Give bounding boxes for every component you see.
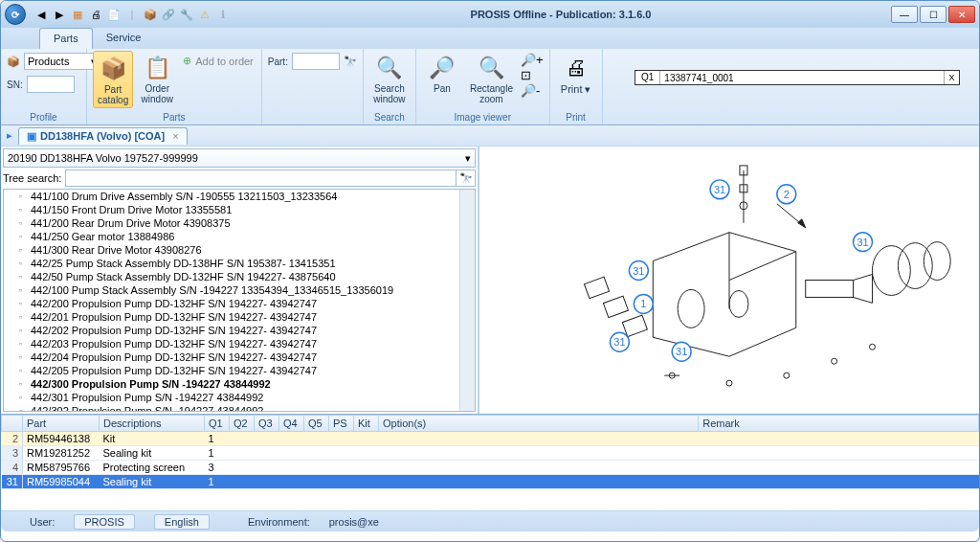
- svg-text:31: 31: [613, 336, 625, 348]
- tab-service[interactable]: Service: [93, 28, 155, 49]
- close-tab-icon[interactable]: ×: [172, 130, 178, 142]
- zoom-out-icon[interactable]: 🔎-: [521, 83, 544, 98]
- printer-icon: 🖨: [561, 53, 591, 83]
- qat-print-icon[interactable]: 🖨: [88, 7, 103, 22]
- tree-item[interactable]: 441/250 Gear motor 13884986: [4, 230, 475, 243]
- document-tab-strip: ▸ ▣ DD138HFA (Volvo) [COA] ×: [1, 125, 979, 147]
- close-button[interactable]: ✕: [948, 6, 975, 23]
- status-env: prosis@xe: [329, 516, 379, 528]
- table-row[interactable]: 2RM59446138Kit1: [2, 432, 979, 446]
- rectangle-zoom-button[interactable]: 🔍 Rectangle zoom: [466, 51, 517, 106]
- qat-box-icon[interactable]: 📦: [143, 7, 158, 22]
- qat-notes-icon[interactable]: 📄: [106, 7, 122, 22]
- box-icon: 📦: [98, 54, 128, 84]
- svg-text:31: 31: [714, 184, 725, 195]
- tree-search-input[interactable]: [65, 169, 457, 187]
- tree-item[interactable]: 441/300 Rear Drive Motor 43908276: [4, 243, 475, 257]
- sn-label: SN:: [7, 79, 23, 90]
- q1-value-input[interactable]: [660, 71, 944, 84]
- grid-header[interactable]: Q5: [304, 416, 329, 432]
- status-user: PROSIS: [74, 514, 135, 530]
- table-row[interactable]: 4RM58795766Protecting screen3: [2, 461, 979, 475]
- status-language[interactable]: English: [154, 514, 210, 530]
- grid-header[interactable]: Remark: [699, 416, 979, 432]
- parts-grid[interactable]: PartDescriptionsQ1Q2Q3Q4Q5PSKitOption(s)…: [1, 415, 979, 510]
- tree-item[interactable]: 442/300 Propulsion Pump S/N -194227 4384…: [4, 377, 475, 391]
- group-profile: 📦 Products▾ SN: Profile: [1, 49, 87, 124]
- grid-header[interactable]: Q3: [255, 416, 279, 432]
- tree-item[interactable]: 442/202 Propulsion Pump DD-132HF S/N 194…: [4, 324, 475, 337]
- group-search-label: Search: [369, 111, 410, 123]
- grid-header[interactable]: Option(s): [379, 416, 699, 432]
- grid-header[interactable]: Descriptions: [100, 416, 205, 432]
- list-icon: 📋: [142, 53, 172, 83]
- expand-icon[interactable]: ▸: [7, 129, 12, 142]
- qat-link-icon[interactable]: 🔗: [161, 7, 176, 22]
- products-icon: 📦: [7, 56, 20, 68]
- document-tab[interactable]: ▣ DD138HFA (Volvo) [COA] ×: [18, 127, 188, 145]
- q1-clear-button[interactable]: X: [944, 71, 959, 84]
- tab-parts[interactable]: Parts: [39, 28, 93, 49]
- search-window-button[interactable]: 🔍 Search window: [369, 51, 410, 106]
- tree-item[interactable]: 442/200 Propulsion Pump DD-132HF S/N 194…: [4, 297, 475, 310]
- tree-item[interactable]: 441/150 Front Drum Drive Motor 13355581: [4, 203, 475, 216]
- grid-header[interactable]: PS: [329, 416, 354, 432]
- part-search-input[interactable]: [292, 53, 340, 70]
- svg-point-18: [869, 344, 875, 350]
- zoom-in-icon[interactable]: 🔎+: [521, 53, 544, 67]
- sn-input[interactable]: [27, 76, 75, 93]
- table-row[interactable]: 3RM19281252Sealing kit1: [2, 446, 979, 461]
- qat-back-icon[interactable]: ◀: [33, 7, 49, 22]
- svg-point-3: [872, 246, 910, 296]
- grid-header[interactable]: Q1: [205, 416, 230, 432]
- qat-page-icon[interactable]: ▦: [70, 7, 85, 22]
- main-split: 20190 DD138HFA Volvo 197527-999999 ▾ Tre…: [1, 147, 979, 415]
- part-catalog-button[interactable]: 📦 Part catalog: [93, 51, 133, 108]
- order-window-button[interactable]: 📋 Order window: [137, 51, 177, 106]
- tree-scrollbar[interactable]: [459, 190, 475, 411]
- app-icon[interactable]: ⟳: [5, 4, 26, 25]
- svg-point-17: [832, 358, 837, 364]
- grid-header[interactable]: Part: [23, 416, 100, 432]
- tree-item[interactable]: 442/100 Pump Stack Assembly S/N -194227 …: [4, 283, 475, 297]
- qat-info-icon[interactable]: ℹ: [215, 7, 231, 22]
- search-window-icon: 🔍: [374, 53, 405, 83]
- svg-point-1: [729, 290, 748, 317]
- status-env-label: Environment:: [248, 516, 310, 528]
- image-viewer-pane[interactable]: 312313131311: [479, 147, 979, 414]
- tree-item[interactable]: 442/204 Propulsion Pump DD-132HF S/N 194…: [4, 350, 475, 364]
- grid-header[interactable]: Q4: [279, 416, 304, 432]
- add-to-order-button[interactable]: ⊕ Add to order: [183, 55, 254, 67]
- tree-item[interactable]: 442/201 Propulsion Pump DD-132HF S/N 194…: [4, 310, 475, 324]
- print-button[interactable]: 🖨 Print ▾: [556, 51, 596, 97]
- tree-search-button[interactable]: 🔭: [457, 169, 476, 187]
- cube-icon: ▣: [27, 130, 36, 143]
- tree-item[interactable]: 442/50 Pump Stack Assembly DD-132HF S/N …: [4, 270, 475, 283]
- tree-item[interactable]: 442/205 Propulsion Pump DD-132HF S/N 194…: [4, 364, 475, 377]
- group-image-label: Image viewer: [422, 111, 544, 123]
- grid-header[interactable]: Q2: [230, 416, 255, 432]
- zoom-fit-icon[interactable]: ⊡: [521, 68, 544, 82]
- exploded-diagram: 312313131311: [479, 147, 979, 414]
- maximize-button[interactable]: ☐: [920, 6, 947, 23]
- tree-item[interactable]: 441/200 Rear Drum Drive Motor 43908375: [4, 216, 475, 230]
- tree-item[interactable]: 442/302 Propulsion Pump S/N -194227 4384…: [4, 404, 475, 412]
- qat-warn-icon[interactable]: ⚠: [197, 7, 212, 22]
- quantity-bar: Q1 X: [629, 49, 979, 124]
- qat-fwd-icon[interactable]: ▶: [52, 7, 67, 22]
- tree-item[interactable]: 441/100 Drum Drive Assembly S/N -190555 …: [4, 190, 475, 203]
- minimize-button[interactable]: —: [891, 6, 918, 23]
- tree-item[interactable]: 442/25 Pump Stack Assembly DD-138HF S/N …: [4, 257, 475, 270]
- binoculars-icon[interactable]: 🔭: [344, 56, 357, 68]
- tree-search-row: Tree search: 🔭: [3, 169, 476, 187]
- tree-item[interactable]: 442/203 Propulsion Pump DD-132HF S/N 194…: [4, 337, 475, 350]
- chevron-down-icon: ▾: [585, 83, 590, 95]
- grid-header[interactable]: Kit: [354, 416, 379, 432]
- grid-header[interactable]: [2, 416, 23, 432]
- pan-button[interactable]: 🔎 Pan: [422, 51, 462, 96]
- model-dropdown[interactable]: 20190 DD138HFA Volvo 197527-999999 ▾: [3, 148, 476, 168]
- tree-item[interactable]: 442/301 Propulsion Pump S/N -194227 4384…: [4, 391, 475, 404]
- parts-tree[interactable]: 441/100 Drum Drive Assembly S/N -190555 …: [3, 189, 476, 412]
- qat-tool-icon[interactable]: 🔧: [179, 7, 194, 22]
- table-row[interactable]: 31RM59985044Sealing kit1: [2, 475, 979, 489]
